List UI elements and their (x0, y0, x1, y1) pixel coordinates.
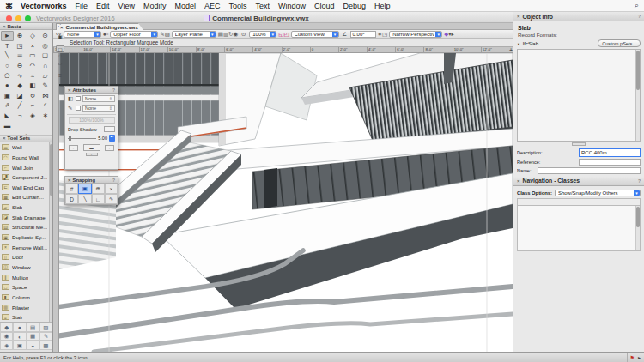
zoom-level-dropdown[interactable]: 100%▾ (249, 31, 276, 38)
reference-input[interactable] (579, 159, 641, 166)
tool-set-item-wall-join[interactable]: ⌐Wall Join (0, 162, 52, 172)
interactive-scaling-mode[interactable]: ▣ (56, 33, 64, 39)
dropdown-stepper-icon[interactable]: ▾ (332, 32, 338, 37)
close-icon[interactable]: × (517, 178, 520, 184)
arc-tool[interactable]: ◠ (27, 61, 39, 71)
toolset-misc-b[interactable]: ▩ (39, 341, 52, 350)
snap-smart-edge[interactable]: D (65, 194, 78, 204)
tool-set-item-round-wall[interactable]: ◠Round Wall (0, 153, 52, 163)
dropdown-stepper-icon[interactable]: ▾ (634, 190, 640, 196)
saved-view-dropdown[interactable]: Custom View▾ (291, 31, 339, 38)
tool-sets-scrollbar[interactable] (49, 142, 52, 323)
rect-marquee-mode[interactable]: ▢ (56, 45, 64, 52)
status-more-icon[interactable]: ▸ (637, 354, 644, 360)
parallelogram-tool[interactable]: ▱ (39, 70, 52, 81)
palette-expand-stub[interactable]: ⌄ (86, 153, 98, 156)
dropdown-stepper-icon[interactable]: ▾ (94, 32, 100, 37)
drop-shadow-toggle[interactable]: ⌄ (104, 126, 115, 132)
pen-swatch[interactable] (76, 106, 81, 111)
menu-file[interactable]: File (71, 2, 93, 10)
working-plane-dropdown[interactable]: Layer Plane▾ (172, 31, 216, 38)
tool-set-item-pilaster[interactable]: ▥Pilaster (0, 302, 52, 312)
tool-set-item-slab-drainage[interactable]: ◪Slab Drainage (0, 212, 52, 222)
toolset-machine-design[interactable]: ✎ (39, 332, 52, 341)
mirror-tool[interactable]: ⋈ (39, 91, 52, 101)
active-layer-dropdown[interactable]: Upper Floor▾ (110, 31, 158, 38)
stadium-tool[interactable]: ▬ (1, 120, 14, 130)
toolset-terrain[interactable]: ◈ (0, 341, 13, 350)
menu-debug[interactable]: Debug (339, 2, 371, 10)
close-icon[interactable]: × (3, 136, 6, 141)
tool-set-item-wall[interactable]: ▭Wall (0, 142, 52, 153)
polygon-tool[interactable]: ⬠ (1, 70, 14, 81)
menu-aec[interactable]: AEC (200, 2, 225, 10)
active-class-dropdown[interactable]: None▾ (64, 31, 101, 38)
snap-distance[interactable]: × (105, 184, 118, 194)
menu-model[interactable]: Model (170, 2, 200, 10)
line-weight-button[interactable]: ▬ (83, 144, 100, 151)
compass-tool[interactable]: ◎ (39, 41, 52, 51)
move-page-tool[interactable]: ◇ (27, 31, 39, 41)
line-tool[interactable]: ╲ (1, 51, 14, 61)
clip-tool[interactable]: ◪ (14, 91, 27, 101)
drawing-canvas[interactable]: 18'-0"16'-0"14'-0"12'-0"10'-0"8'-0"6'-0"… (53, 47, 513, 352)
tool-options-icon[interactable]: ≡ (56, 72, 64, 79)
toolset-building-shell[interactable]: ◆ (0, 323, 13, 332)
oval-tool[interactable]: ⊖ (14, 61, 27, 71)
connect-tool[interactable]: ¬ (14, 111, 27, 121)
menu-modify[interactable]: Modify (139, 2, 171, 10)
menu-vectorworks[interactable]: Vectorworks (16, 2, 71, 10)
toolset-misc-a[interactable]: ◒ (27, 341, 39, 350)
snapping-palette-header[interactable]: × Snapping ? (65, 177, 118, 184)
menu-cloud[interactable]: Cloud (310, 2, 339, 10)
snap-grid[interactable]: # (65, 184, 78, 194)
object-info-header[interactable]: × Object Info ? (513, 12, 644, 21)
menu-text[interactable]: Text (251, 2, 274, 10)
snap-tangent[interactable]: ∿ (105, 194, 118, 204)
selection-tool[interactable]: ► (1, 31, 14, 41)
close-icon[interactable]: × (517, 14, 520, 19)
close-icon[interactable]: × (68, 87, 71, 93)
toolset-bim[interactable]: ▣ (13, 341, 26, 350)
tool-set-item-structural-me-[interactable]: ▤Structural Me... (0, 222, 52, 232)
sphere-tool[interactable]: ● (1, 81, 14, 91)
fit-page-icon[interactable]: ◰ (283, 31, 289, 37)
rounded-rect-tool[interactable]: ▢ (39, 51, 52, 61)
layer-color-icon[interactable]: ▨ (165, 31, 170, 37)
tool-set-item-mullion[interactable]: ∥Mullion (0, 272, 52, 282)
tool-set-item-slab[interactable]: ▱Slab (0, 202, 52, 213)
fillet-tool[interactable]: ◜ (39, 100, 52, 111)
custom-psets-button[interactable]: Custom pSets... (598, 39, 641, 47)
fill-style-dropdown[interactable]: None⇕ (82, 95, 115, 102)
chamfer-tool[interactable]: ◣ (1, 111, 14, 121)
zoom-tool[interactable]: ⊙ (39, 31, 52, 41)
pan-tool[interactable]: ⊕ (14, 31, 27, 41)
toolbar-overflow-icon[interactable]: ▸ (451, 31, 453, 37)
close-icon[interactable]: × (3, 24, 6, 29)
tool-set-item-edit-curtain-[interactable]: ▦Edit Curtain... (0, 192, 52, 202)
camera-icon[interactable]: ◉ (234, 31, 239, 37)
circle-tool[interactable]: ○ (1, 61, 14, 71)
line-style-right-button[interactable]: ▪ (105, 145, 114, 151)
close-icon[interactable]: × (68, 178, 71, 183)
menu-window[interactable]: Window (274, 2, 310, 10)
rectangle-tool[interactable]: ▭ (27, 51, 39, 61)
line-style-left-button[interactable]: ▪ (69, 145, 78, 151)
thickness-slider[interactable] (68, 138, 96, 139)
projection-dropdown[interactable]: Narrow Perspective▾ (389, 31, 442, 38)
alert-flag-icon[interactable]: ⚑ (627, 353, 637, 362)
tool-set-item-wall-end-cap[interactable]: ⊏Wall End Cap (0, 183, 52, 193)
menu-help[interactable]: Help (370, 2, 395, 10)
record-list-scrollbar[interactable] (635, 50, 640, 141)
split-tool[interactable]: ╱ (14, 100, 27, 111)
snap-angle[interactable]: ╲ (78, 194, 91, 204)
stepper-icon[interactable]: ⇕ (109, 96, 112, 101)
dropdown-stepper-icon[interactable]: ▾ (270, 32, 276, 37)
fill-swatch[interactable] (76, 96, 81, 101)
tool-set-item-space[interactable]: □Space (0, 282, 52, 293)
offset-tool[interactable]: ▣ (1, 91, 14, 101)
menu-edit[interactable]: Edit (92, 2, 114, 10)
menu-tools[interactable]: Tools (224, 2, 251, 10)
slider-thumb[interactable] (69, 136, 71, 141)
fill-tool[interactable]: ◧ (27, 81, 39, 91)
